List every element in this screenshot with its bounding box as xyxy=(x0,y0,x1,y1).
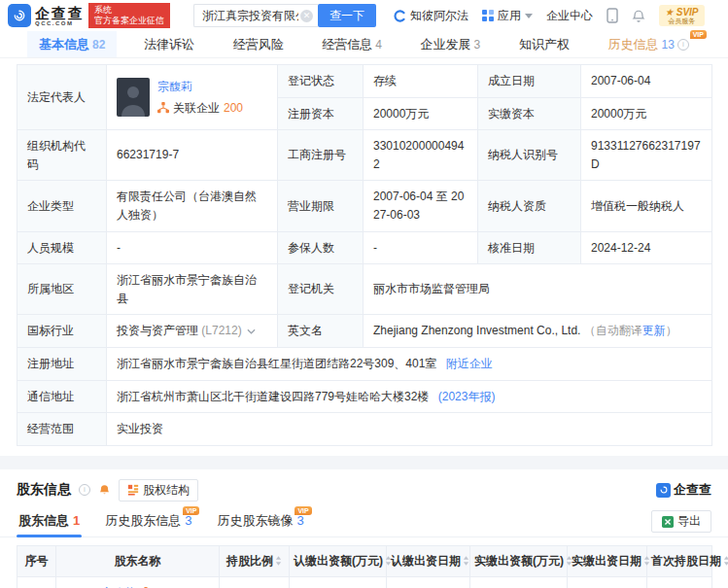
tab-intellectual-property[interactable]: 知识产权 xyxy=(507,31,581,57)
paid-capital-value: 20000万元 xyxy=(581,97,712,130)
tab-shareholders-history[interactable]: 历史股东信息 3 VIP xyxy=(103,507,193,536)
col-index: 序号 xyxy=(17,545,56,576)
taxpayer-qual-value: 增值税一般纳税人 xyxy=(581,181,712,231)
staff-size-label: 人员规模 xyxy=(17,231,107,264)
sort-icon[interactable] xyxy=(275,556,282,566)
biz-term-value: 2007-06-04 至 2027-06-03 xyxy=(364,181,478,231)
taxpayer-id-value: 91331127662317197D xyxy=(581,130,712,181)
est-date-label: 成立日期 xyxy=(478,65,581,98)
equity-structure-icon xyxy=(127,484,139,496)
col-ratio[interactable]: 持股比例 xyxy=(220,545,290,576)
authority-value: 丽水市市场监督管理局 xyxy=(364,264,712,315)
tab-shareholders-mirror[interactable]: 历史股东镜像 3 VIP xyxy=(215,507,305,536)
col-first-holding-date[interactable]: 首次持股日期 xyxy=(647,545,712,576)
chevron-down-icon[interactable] xyxy=(247,329,256,334)
top-bar: 企查查 QCC.COM 系统 官方备案企业征信 ✕ 查一下 知彼阿尔法 应用 企… xyxy=(0,0,728,31)
tab-shareholders-current[interactable]: 股东信息 1 xyxy=(17,507,82,536)
clear-icon[interactable]: ✕ xyxy=(300,10,313,22)
en-name-note: （自动翻译 xyxy=(584,324,642,337)
tab-legal-litigation[interactable]: 法律诉讼 xyxy=(132,31,206,57)
authority-label: 登记机关 xyxy=(278,264,364,315)
apps-menu[interactable]: 应用 xyxy=(482,8,533,24)
tab-operation-risk[interactable]: 经营风险 xyxy=(222,31,295,57)
col-subscribed-amount[interactable]: 认缴出资额(万元) xyxy=(290,545,387,576)
qcc-logo[interactable]: 企查查 QCC.COM 系统 官方备案企业征信 xyxy=(8,3,170,28)
shareholder-name-cell: 宗馥莉 200 实际控制人 受益所有人 xyxy=(56,576,220,588)
qcc-logo-text: 企查查 QCC.COM xyxy=(35,6,85,26)
search-button[interactable]: 查一下 xyxy=(318,4,376,27)
info-icon[interactable]: i xyxy=(79,484,90,496)
nearby-companies-link[interactable]: 附近企业 xyxy=(446,357,493,370)
ratio-cell: 100% xyxy=(220,576,290,588)
gov-badge-line1: 系统 xyxy=(94,5,164,16)
subscribed-date: - xyxy=(387,576,470,588)
biz-scope-value: 实业投资 xyxy=(107,413,712,446)
svip-badge[interactable]: ★ SVIP 会员服务 xyxy=(659,5,705,27)
industry-label: 国标行业 xyxy=(17,315,107,348)
export-button[interactable]: 导出 xyxy=(651,510,711,533)
annual-report-link[interactable]: (2023年报) xyxy=(438,390,496,403)
tab-count: 13 xyxy=(662,38,675,52)
tab-basic-info[interactable]: 基本信息82 xyxy=(27,31,117,57)
tab-count: 3 xyxy=(474,38,481,52)
search-input[interactable] xyxy=(193,4,318,27)
industry-value[interactable]: 投资与资产管理 (L7212) xyxy=(107,315,278,348)
tab-label: 历史股东信息 xyxy=(105,512,181,530)
monitor-bell-icon[interactable] xyxy=(98,483,111,497)
tab-label: 经营风险 xyxy=(233,36,284,53)
shareholders-title: 股东信息 xyxy=(17,481,71,499)
table-row: 1 宗馥莉 200 实际控制人 受益所有人 10 xyxy=(17,576,712,588)
related-companies-count[interactable]: 200 xyxy=(224,99,243,118)
gov-record-badge: 系统 官方备案企业征信 xyxy=(88,3,170,28)
legal-rep-name-link[interactable]: 宗馥莉 xyxy=(157,78,243,96)
biz-term-label: 营业期限 xyxy=(278,181,364,231)
paid-capital-label: 实缴资本 xyxy=(478,97,581,130)
sort-icon[interactable] xyxy=(463,556,469,566)
biz-scope-label: 经营范围 xyxy=(17,413,107,446)
industry-code: (L7212) xyxy=(201,324,241,337)
tab-count: 3 xyxy=(185,513,191,528)
col-shareholder-name: 股东名称 xyxy=(56,545,220,576)
shareholders-tabs: 股东信息 1 历史股东信息 3 VIP 历史股东镜像 3 VIP 导出 xyxy=(0,505,728,537)
approval-date-value: 2024-12-24 xyxy=(581,231,712,264)
tab-history-info[interactable]: 历史信息 13 VIP i xyxy=(597,31,701,57)
col-paid-amount[interactable]: 实缴出资额(万元) xyxy=(470,545,568,576)
col-paid-date[interactable]: 实缴出资日期 xyxy=(568,545,647,576)
notification-bell-icon[interactable] xyxy=(632,9,645,23)
equity-structure-button[interactable]: 股权结构 xyxy=(119,479,198,502)
sort-icon[interactable] xyxy=(723,556,728,566)
sort-icon[interactable] xyxy=(643,556,650,566)
biz-reg-no-label: 工商注册号 xyxy=(278,130,364,181)
org-code-value: 66231719-7 xyxy=(107,130,278,181)
info-icon[interactable]: i xyxy=(677,39,689,51)
tab-label: 股东信息 xyxy=(18,512,69,530)
en-name-update-link[interactable]: 更新 xyxy=(642,324,666,337)
biz-reg-no-value: 330102000004942 xyxy=(364,130,478,181)
gov-badge-line2: 官方备案企业征信 xyxy=(94,16,164,26)
zhibi-alpha-icon xyxy=(394,10,406,22)
en-name-label: 英文名 xyxy=(278,315,364,348)
mobile-app-icon[interactable] xyxy=(607,8,618,23)
reg-address-value: 浙江省丽水市景宁畲族自治县红星街道团结路22号309、401室 附近企业 xyxy=(107,347,712,380)
tab-label: 企业发展 xyxy=(421,36,471,53)
enterprise-center-link[interactable]: 企业中心 xyxy=(546,8,593,24)
qcc-watermark: 企查查 xyxy=(656,481,711,499)
equity-structure-label: 股权结构 xyxy=(143,482,190,499)
company-type-value: 有限责任公司（台港澳自然人独资） xyxy=(107,181,278,231)
row-index: 1 xyxy=(17,576,56,588)
staff-size-value: - xyxy=(107,231,278,264)
apps-label: 应用 xyxy=(498,8,521,24)
logo-name: 企查查 xyxy=(35,6,85,20)
tab-count: 3 xyxy=(296,513,303,528)
col-subscribed-date[interactable]: 认缴出资日期 xyxy=(387,545,470,576)
related-companies-label[interactable]: 关联企业 xyxy=(173,99,220,118)
taxpayer-id-label: 纳税人识别号 xyxy=(478,130,581,181)
export-excel-icon xyxy=(662,516,674,528)
zhibi-alpha-link[interactable]: 知彼阿尔法 xyxy=(394,8,468,24)
tab-operation-info[interactable]: 经营信息4 xyxy=(310,31,394,57)
approval-date-label: 核准日期 xyxy=(478,231,581,264)
shareholders-table: 序号 股东名称 持股比例 认缴出资额(万元) 认缴出资日期 实缴出资额(万元) … xyxy=(17,545,712,588)
reg-capital-value: 20000万元 xyxy=(364,97,478,130)
reg-capital-label: 注册资本 xyxy=(278,97,364,130)
tab-enterprise-development[interactable]: 企业发展3 xyxy=(409,31,493,57)
